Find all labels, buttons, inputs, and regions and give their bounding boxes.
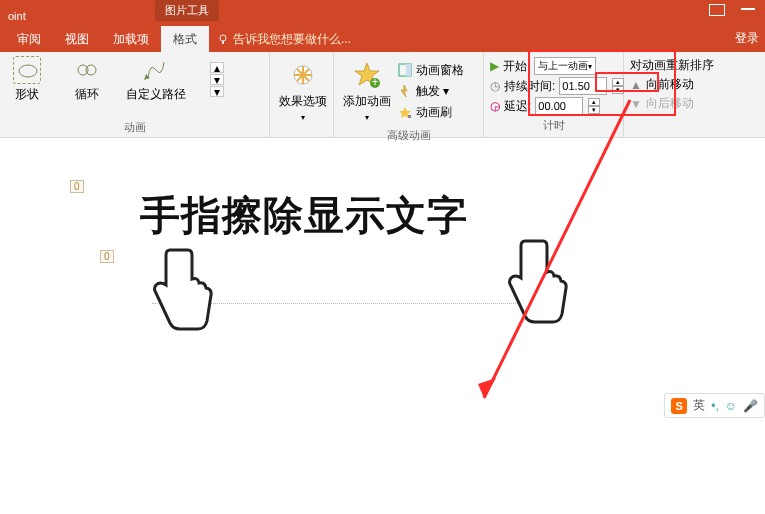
svg-text:+: +: [371, 75, 378, 89]
ime-emoji-icon[interactable]: ☺: [725, 399, 737, 413]
anim-custom-path[interactable]: 自定义路径: [126, 56, 186, 103]
anim-shape[interactable]: 形状: [6, 56, 48, 103]
hand-pointer-icon: [130, 240, 220, 350]
duration-row: ◷ 持续时间: ▴▾: [490, 76, 617, 96]
animation-painter-label: 动画刷: [416, 104, 452, 121]
chevron-down-icon[interactable]: ▾: [210, 74, 224, 85]
start-label: 开始:: [503, 58, 530, 75]
effect-options-label: 效果选项: [279, 93, 327, 110]
anim-loop-label: 循环: [75, 86, 99, 103]
svg-point-2: [19, 65, 37, 77]
svg-point-0: [220, 35, 226, 41]
add-animation-label: 添加动画: [343, 93, 391, 110]
anim-custom-label: 自定义路径: [126, 86, 186, 103]
reorder-label: 对动画重新排序: [630, 56, 728, 75]
slide-headline: 手指擦除显示文字: [140, 188, 468, 243]
start-value: 与上一动画...: [538, 59, 588, 73]
delay-icon: ◶: [490, 99, 500, 113]
svg-rect-1: [222, 41, 224, 44]
tab-view[interactable]: 视图: [53, 26, 101, 53]
hand-pointer-icon: [485, 235, 575, 345]
group-advanced-label: 高级动画: [340, 126, 477, 143]
start-dropdown[interactable]: 与上一动画...▾: [534, 57, 596, 75]
duration-label: 持续时间:: [504, 78, 555, 95]
move-later-label: 向后移动: [646, 95, 694, 112]
animation-pane-button[interactable]: 动画窗格: [398, 61, 464, 80]
effect-options-button[interactable]: 效果选项 ▾: [276, 56, 330, 126]
ime-lang[interactable]: 英: [693, 397, 705, 414]
dropdown-icon: ▾: [301, 113, 305, 122]
group-animation-label: 动画: [6, 118, 263, 135]
animation-pane-label: 动画窗格: [416, 62, 464, 79]
delay-label: 延迟:: [504, 98, 531, 115]
arrow-up-icon: ▲: [630, 78, 642, 92]
animation-tag[interactable]: 0: [100, 250, 114, 263]
svg-rect-11: [406, 64, 411, 76]
app-title: oint: [0, 10, 34, 26]
add-animation-icon: +: [352, 60, 382, 90]
chevron-down-icon: ▾: [588, 62, 592, 71]
tell-me-text: 告诉我您想要做什么...: [233, 31, 351, 48]
animation-tag[interactable]: 0: [70, 180, 84, 193]
group-timing: ▶ 开始: 与上一动画...▾ ◷ 持续时间: ▴▾ ◶ 延迟: ▴▾ 计时: [484, 52, 624, 137]
pane-icon: [398, 63, 412, 77]
move-earlier-label: 向前移动: [646, 76, 694, 93]
ribbon-tabs: 审阅 视图 加载项 格式 告诉我您想要做什么... 登录: [0, 26, 765, 52]
dropdown-icon: ▾: [365, 113, 369, 122]
group-animation: 形状 循环 自定义路径 ▴ ▾ ▾ 动画: [0, 52, 270, 137]
gallery-expand-icon[interactable]: ▾: [210, 86, 224, 97]
delay-row: ◶ 延迟: ▴▾: [490, 96, 617, 116]
group-reorder-label: [630, 133, 728, 135]
minimize-icon[interactable]: [741, 8, 755, 10]
delay-input[interactable]: [535, 97, 583, 115]
trigger-button[interactable]: 触发 ▾: [398, 82, 464, 101]
painter-icon: [398, 105, 412, 119]
title-bar: oint 图片工具: [0, 0, 765, 26]
tab-review[interactable]: 审阅: [5, 26, 53, 53]
tell-me[interactable]: 告诉我您想要做什么...: [217, 31, 351, 48]
anim-shape-label: 形状: [15, 86, 39, 103]
animation-gallery: 形状 循环 自定义路径 ▴ ▾ ▾: [6, 56, 263, 103]
trigger-label: 触发 ▾: [416, 83, 449, 100]
ime-logo-icon: S: [671, 398, 687, 414]
svg-marker-5: [144, 74, 150, 80]
ime-punct-icon[interactable]: •,: [711, 399, 719, 413]
gallery-scroll[interactable]: ▴ ▾ ▾: [210, 62, 224, 97]
ime-toolbar[interactable]: S 英 •, ☺ 🎤: [664, 393, 765, 418]
effect-options-icon: [288, 60, 318, 90]
ribbon: 形状 循环 自定义路径 ▴ ▾ ▾ 动画 效果选项 ▾: [0, 52, 765, 138]
group-reorder: 对动画重新排序 ▲向前移动 ▼向后移动: [624, 52, 734, 137]
slide-canvas: 0 0 手指擦除显示文字 S 英 •, ☺ 🎤: [0, 145, 765, 514]
duration-spinner[interactable]: ▴▾: [612, 78, 624, 94]
tab-addins[interactable]: 加载项: [101, 26, 161, 53]
group-timing-label: 计时: [490, 116, 617, 133]
group-effect-options: 效果选项 ▾: [270, 52, 334, 137]
restore-icon[interactable]: [709, 4, 725, 16]
add-animation-button[interactable]: + 添加动画 ▾: [340, 56, 394, 126]
loop-icon: [73, 56, 101, 84]
arrow-down-icon: ▼: [630, 97, 642, 111]
ime-mic-icon[interactable]: 🎤: [743, 399, 758, 413]
group-advanced-animation: + 添加动画 ▾ 动画窗格 触发 ▾ 动画刷 高级动画: [334, 52, 484, 137]
login-link[interactable]: 登录: [735, 30, 759, 47]
clock-icon: ◷: [490, 79, 500, 93]
move-later-button[interactable]: ▼向后移动: [630, 94, 728, 113]
svg-marker-12: [401, 85, 407, 97]
shape-icon: [13, 56, 41, 84]
chevron-up-icon[interactable]: ▴: [210, 62, 224, 73]
start-row: ▶ 开始: 与上一动画...▾: [490, 56, 617, 76]
anim-loop[interactable]: 循环: [66, 56, 108, 103]
play-icon: ▶: [490, 59, 499, 73]
trigger-icon: [398, 84, 412, 98]
duration-input[interactable]: [559, 77, 607, 95]
move-earlier-button[interactable]: ▲向前移动: [630, 75, 728, 94]
delay-spinner[interactable]: ▴▾: [588, 98, 600, 114]
tab-format[interactable]: 格式: [161, 26, 209, 53]
bulb-icon: [217, 33, 229, 45]
animation-painter-button[interactable]: 动画刷: [398, 103, 464, 122]
svg-rect-14: [408, 115, 411, 118]
custom-path-icon: [142, 56, 170, 84]
contextual-tab-label: 图片工具: [155, 0, 219, 21]
